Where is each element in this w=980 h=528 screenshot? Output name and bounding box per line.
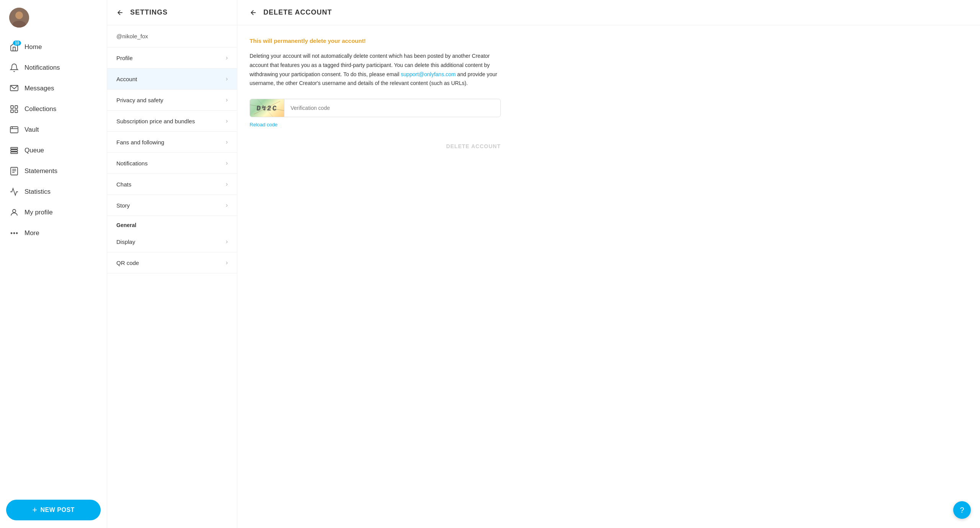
- settings-item-notifications[interactable]: Notifications ›: [107, 153, 237, 174]
- main-content: SETTINGS @nikole_fox Profile › Account ›…: [107, 0, 980, 528]
- settings-header: SETTINGS: [107, 0, 237, 25]
- svg-rect-4: [11, 106, 13, 108]
- sidebar-item-more-label: More: [24, 229, 39, 237]
- avatar[interactable]: [9, 8, 29, 28]
- chevron-right-icon: ›: [226, 202, 228, 209]
- svg-rect-5: [15, 106, 18, 108]
- delete-warning-text: This will permanently delete your accoun…: [250, 38, 501, 44]
- settings-item-account-label: Account: [116, 76, 137, 82]
- settings-item-account[interactable]: Account ›: [107, 69, 237, 90]
- settings-item-fans-following[interactable]: Fans and following ›: [107, 132, 237, 153]
- settings-item-privacy-safety[interactable]: Privacy and safety ›: [107, 90, 237, 111]
- statistics-icon: [9, 187, 19, 197]
- delete-panel-title: DELETE ACCOUNT: [263, 8, 332, 16]
- chevron-right-icon: ›: [226, 139, 228, 145]
- chevron-right-icon: ›: [226, 118, 228, 124]
- new-post-button[interactable]: + NEW POST: [6, 500, 101, 520]
- sidebar-item-queue[interactable]: Queue: [0, 140, 107, 161]
- svg-rect-14: [11, 167, 18, 175]
- chevron-right-icon: ›: [226, 75, 228, 82]
- settings-item-display[interactable]: Display ›: [107, 231, 237, 252]
- sidebar-item-home[interactable]: 10 Home: [0, 37, 107, 57]
- settings-item-subscription[interactable]: Subscription price and bundles ›: [107, 111, 237, 132]
- svg-rect-8: [10, 127, 18, 133]
- help-button[interactable]: ?: [953, 501, 971, 519]
- settings-item-story[interactable]: Story ›: [107, 195, 237, 216]
- settings-list: Profile › Account › Privacy and safety ›…: [107, 47, 237, 216]
- general-section-label: General: [107, 216, 237, 231]
- svg-point-19: [11, 233, 12, 234]
- settings-item-subscription-label: Subscription price and bundles: [116, 118, 195, 124]
- statements-icon: [9, 166, 19, 176]
- queue-icon: [9, 145, 19, 155]
- svg-rect-6: [11, 110, 13, 113]
- settings-panel: SETTINGS @nikole_fox Profile › Account ›…: [107, 0, 237, 528]
- svg-point-20: [14, 233, 15, 234]
- bell-icon: [9, 63, 19, 73]
- settings-item-fans-label: Fans and following: [116, 139, 164, 145]
- svg-point-1: [15, 11, 23, 19]
- settings-item-profile[interactable]: Profile ›: [107, 47, 237, 69]
- delete-account-panel: DELETE ACCOUNT This will permanently del…: [237, 0, 980, 528]
- svg-point-21: [16, 233, 18, 234]
- settings-item-profile-label: Profile: [116, 55, 133, 61]
- more-icon: [9, 228, 19, 238]
- delete-panel-header: DELETE ACCOUNT: [237, 0, 980, 25]
- delete-actions: DELETE ACCOUNT: [250, 139, 501, 153]
- home-badge: 10: [13, 41, 21, 46]
- general-settings-list: Display › QR code ›: [107, 231, 237, 273]
- delete-description: Deleting your account will not automatic…: [250, 52, 501, 88]
- sidebar-item-collections-label: Collections: [24, 105, 56, 113]
- settings-username: @nikole_fox: [107, 25, 237, 47]
- svg-point-18: [13, 209, 16, 213]
- captcha-input[interactable]: [284, 100, 500, 116]
- sidebar-item-vault[interactable]: Vault: [0, 119, 107, 140]
- settings-item-notifications-label: Notifications: [116, 160, 148, 167]
- captcha-container: D↯2C: [250, 99, 501, 117]
- delete-back-button[interactable]: [250, 9, 257, 16]
- captcha-text: D↯2C: [256, 104, 278, 112]
- question-icon: ?: [960, 506, 964, 515]
- sidebar-item-notifications-label: Notifications: [24, 64, 60, 72]
- captcha-image: D↯2C: [250, 99, 284, 117]
- sidebar-item-statements[interactable]: Statements: [0, 161, 107, 181]
- sidebar-item-queue-label: Queue: [24, 147, 44, 154]
- new-post-label: NEW POST: [41, 507, 75, 513]
- message-icon: [9, 83, 19, 93]
- sidebar-nav: 10 Home Notifications Messages: [0, 37, 107, 492]
- settings-back-button[interactable]: [116, 9, 124, 16]
- vault-icon: [9, 125, 19, 135]
- chevron-right-icon: ›: [226, 181, 228, 188]
- settings-item-qr-code-label: QR code: [116, 260, 139, 266]
- delete-account-button[interactable]: DELETE ACCOUNT: [446, 139, 501, 153]
- sidebar-item-vault-label: Vault: [24, 126, 39, 134]
- my-profile-icon: [9, 208, 19, 217]
- svg-rect-13: [11, 152, 18, 154]
- svg-rect-12: [11, 150, 18, 151]
- sidebar-item-my-profile[interactable]: My profile: [0, 202, 107, 223]
- chevron-right-icon: ›: [226, 54, 228, 61]
- sidebar-item-more[interactable]: More: [0, 223, 107, 244]
- settings-item-qr-code[interactable]: QR code ›: [107, 252, 237, 273]
- support-email-link[interactable]: support@onlyfans.com: [401, 71, 456, 77]
- sidebar-item-messages[interactable]: Messages: [0, 78, 107, 99]
- sidebar-item-collections[interactable]: Collections: [0, 99, 107, 119]
- chevron-right-icon: ›: [226, 96, 228, 103]
- sidebar-item-statistics-label: Statistics: [24, 188, 51, 196]
- delete-content: This will permanently delete your accoun…: [237, 25, 513, 165]
- settings-item-chats[interactable]: Chats ›: [107, 174, 237, 195]
- sidebar-item-my-profile-label: My profile: [24, 209, 53, 216]
- sidebar-item-statistics[interactable]: Statistics: [0, 181, 107, 202]
- settings-item-story-label: Story: [116, 202, 130, 209]
- chevron-right-icon: ›: [226, 238, 228, 245]
- sidebar-item-messages-label: Messages: [24, 85, 54, 92]
- settings-item-privacy-label: Privacy and safety: [116, 97, 163, 103]
- sidebar: 10 Home Notifications Messages: [0, 0, 107, 528]
- new-post-plus-icon: +: [32, 506, 37, 514]
- reload-code-link[interactable]: Reload code: [250, 122, 278, 128]
- settings-item-chats-label: Chats: [116, 181, 131, 188]
- settings-item-display-label: Display: [116, 239, 135, 245]
- sidebar-item-statements-label: Statements: [24, 167, 57, 175]
- collections-icon: [9, 104, 19, 114]
- sidebar-item-notifications[interactable]: Notifications: [0, 57, 107, 78]
